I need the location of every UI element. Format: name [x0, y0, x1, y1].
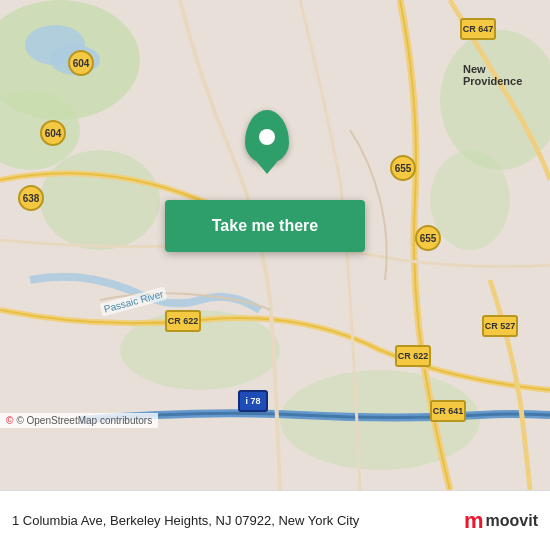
take-me-there-button[interactable]: Take me there [165, 200, 365, 252]
pin-circle-inner [259, 129, 275, 145]
osm-icon: © [6, 415, 13, 426]
info-bar: 1 Columbia Ave, Berkeley Heights, NJ 079… [0, 490, 550, 550]
map-container: 604 604 638 655 655 CR 647 CR 622 CR 622… [0, 0, 550, 490]
svg-point-7 [430, 150, 510, 250]
address-text: 1 Columbia Ave, Berkeley Heights, NJ 079… [12, 513, 464, 528]
badge-cr622b: CR 622 [395, 345, 431, 367]
copyright-bar: © © OpenStreetMap contributors [0, 413, 158, 428]
badge-638: 638 [18, 185, 44, 211]
badge-cr622a: CR 622 [165, 310, 201, 332]
badge-604b: 604 [40, 120, 66, 146]
badge-cr647: CR 647 [460, 18, 496, 40]
moovit-text: moovit [486, 512, 538, 530]
moovit-m-icon: m [464, 508, 484, 534]
badge-655b: 655 [415, 225, 441, 251]
place-label-new-providence: NewProvidence [460, 62, 525, 88]
svg-point-3 [40, 150, 160, 250]
moovit-logo: m moovit [464, 508, 538, 534]
badge-cr641: CR 641 [430, 400, 466, 422]
copyright-text: © OpenStreetMap contributors [16, 415, 152, 426]
badge-655a: 655 [390, 155, 416, 181]
badge-i78: i 78 [238, 390, 268, 412]
badge-604a: 604 [68, 50, 94, 76]
badge-cr527: CR 527 [482, 315, 518, 337]
